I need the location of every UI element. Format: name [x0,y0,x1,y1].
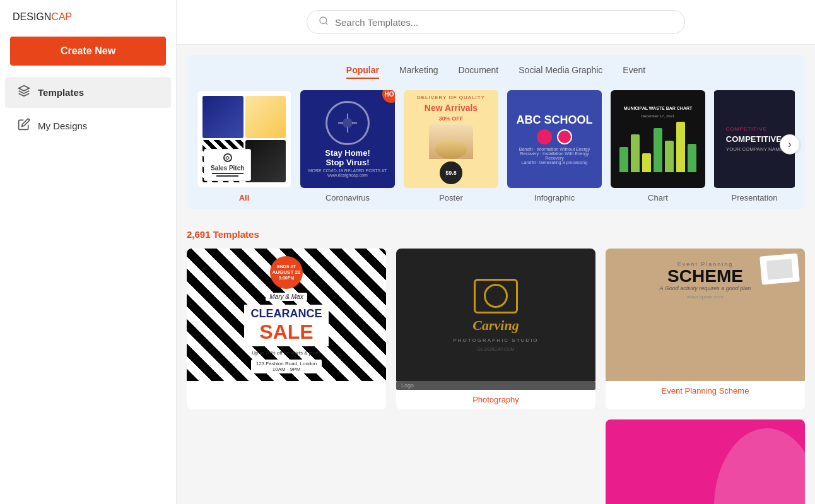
chart-card-content: MUNICIPAL WASTE BAR CHART December 17, 2… [616,102,700,176]
event-website: www.apsoc.com [613,294,797,300]
sales-pitch-line [212,173,243,174]
sales-pitch-dot [223,153,232,162]
search-bar [307,10,685,34]
tab-event[interactable]: Event [623,65,645,79]
carousel-next-arrow[interactable]: › [780,134,800,155]
sales-pitch-line2 [216,175,238,177]
planning-wave [685,419,805,504]
edit-icon [18,118,30,134]
corona-main-text: Stay Home!Stop Virus! [325,149,370,167]
infographic-card-content: ABC SCHOOL Benefit · Information Without… [507,108,602,170]
all-type-label: All [239,193,250,202]
svg-point-1 [320,17,327,24]
logo-icon [474,279,518,314]
template-type-infographic[interactable]: ABC SCHOOL Benefit · Information Without… [507,90,602,202]
main-content: Popular Marketing Document Social Media … [177,0,815,504]
tab-social-media[interactable]: Social Media Graphic [519,65,602,79]
template-type-coronavirus[interactable]: HOT Stay Home!Stop Virus! [300,90,395,202]
presentation-type-label: Presentation [732,193,778,202]
poster-arrivals-text: DELIVERY OF QUALITY [417,95,485,100]
presentation-card-content: COMPETITIVE COMPETITIVE YOUR COMPANY NAM… [720,120,789,158]
event-scheme-text: SCHEME [613,267,797,285]
coronavirus-card-image: HOT Stay Home!Stop Virus! [300,90,395,188]
clearance-sub: Up to 70% off on shirts & jeans [252,350,321,356]
grid-card-planning-event[interactable]: PLANNING AN EVENT? Here's what event pla… [606,419,805,504]
logo-cap-text: CAP [51,11,72,23]
pres-competitive-label: COMPETITIVE [726,126,767,132]
sidebar-item-templates[interactable]: Templates [5,77,171,108]
event-planning-label: Event Planning Scheme [606,381,805,401]
template-cards-row: Sales Pitch All HOT [187,90,805,202]
sidebar-my-designs-label: My Designs [38,120,87,131]
search-icon [319,16,329,28]
infographic-icons [537,129,572,144]
clearance-card-image: ENDS AT AUGUST 22 5:00PM Mary & Max CLEA… [187,249,386,381]
clearance-sale: SALE [250,320,322,344]
chart-card-date: December 17, 2021 [642,114,675,118]
sidebar: DESIGNCAP Create New Templates My Design… [0,0,177,504]
clearance-card-content: ENDS AT AUGUST 22 5:00PM Mary & Max CLEA… [187,249,386,381]
logo-url: DESIGNCAP.COM [478,347,515,351]
tab-document[interactable]: Document [458,65,498,79]
layers-icon [18,85,30,100]
template-type-all[interactable]: Sales Pitch All [197,90,291,202]
poster-card-content: DELIVERY OF QUALITY New Arrivals 30% OFF… [411,90,491,188]
corona-sub-text: MORE COVID-19 RELATED POSTS ATwww.design… [308,168,387,177]
results-label: Templates [213,229,259,240]
logo: DESIGNCAP [0,0,176,32]
event-content: Event Planning SCHEME A Good activity re… [613,261,797,300]
all-card-image: Sales Pitch [197,90,291,188]
pres-title: COMPETITIVE [726,134,782,144]
grid-card-photography[interactable]: Carving PHOTOGRAPHIC STUDIO DESIGNCAP.CO… [396,249,595,409]
svg-marker-0 [19,86,30,91]
svg-point-3 [343,118,353,128]
clearance-title: CLEARANCE [250,307,322,320]
tab-popular[interactable]: Popular [346,65,379,79]
header [177,0,815,45]
grid-card-event-planning[interactable]: Event Planning SCHEME A Good activity re… [606,249,805,409]
clearance-badge: ENDS AT AUGUST 22 5:00PM [270,256,303,289]
logo-badge: Logo [396,381,595,390]
templates-grid: ENDS AT AUGUST 22 5:00PM Mary & Max CLEA… [187,249,805,504]
poster-card-image: DELIVERY OF QUALITY New Arrivals 30% OFF… [404,90,498,188]
infographic-card-image: ABC SCHOOL Benefit · Information Without… [507,90,602,188]
pres-company: YOUR COMPANY NAME [726,146,783,152]
chart-type-label: Chart [648,193,668,202]
templates-section: Popular Marketing Document Social Media … [187,55,805,209]
poster-price-badge: $9.8 [440,161,462,184]
coronavirus-type-label: Coronavirus [325,193,370,202]
photography-label: Photography [396,390,595,409]
results-count: 2,691 Templates [187,229,805,240]
corona-circle [325,101,370,145]
infographic-school: ABC SCHOOL [517,114,593,127]
tab-marketing[interactable]: Marketing [399,65,438,79]
logo-card-image: Carving PHOTOGRAPHIC STUDIO DESIGNCAP.CO… [396,249,595,381]
results-section: 2,691 Templates ENDS AT AUGUST 22 5:00PM… [177,219,815,504]
event-tagline: A Good activity requires a good plan [613,285,797,291]
template-type-poster[interactable]: DELIVERY OF QUALITY New Arrivals 30% OFF… [404,90,498,202]
infographic-type-label: Infographic [534,193,575,202]
category-tabs: Popular Marketing Document Social Media … [187,65,805,79]
infographic-sub: Benefit · Information Without Energy Rec… [512,147,597,165]
logo-subtitle: PHOTOGRAPHIC STUDIO [453,337,538,343]
logo-design-text: DESIGN [13,11,51,23]
planning-card-image: PLANNING AN EVENT? Here's what event pla… [606,419,805,504]
event-card-image: Event Planning SCHEME A Good activity re… [606,249,805,381]
sidebar-templates-label: Templates [38,87,84,98]
chart-bars [619,122,696,172]
poster-discount-text: 30% OFF [439,115,464,122]
results-number: 2,691 [187,229,211,240]
grid-card-clearance[interactable]: ENDS AT AUGUST 22 5:00PM Mary & Max CLEA… [187,249,386,409]
search-input[interactable] [335,17,673,28]
chart-card-image: MUNICIPAL WASTE BAR CHART December 17, 2… [611,90,705,188]
poster-new-arrivals-text: New Arrivals [425,103,478,113]
clearance-title-wrap: CLEARANCE SALE [244,305,328,346]
clearance-detail: 123 Fashion Road, London10AM - 9PM [251,360,322,373]
create-new-button[interactable]: Create New [10,37,166,66]
sidebar-item-my-designs[interactable]: My Designs [5,110,171,141]
chart-card-title: MUNICIPAL WASTE BAR CHART [624,106,693,110]
template-type-chart[interactable]: MUNICIPAL WASTE BAR CHART December 17, 2… [611,90,705,202]
poster-type-label: Poster [439,193,463,202]
svg-line-2 [325,23,327,25]
svg-point-8 [714,428,805,504]
